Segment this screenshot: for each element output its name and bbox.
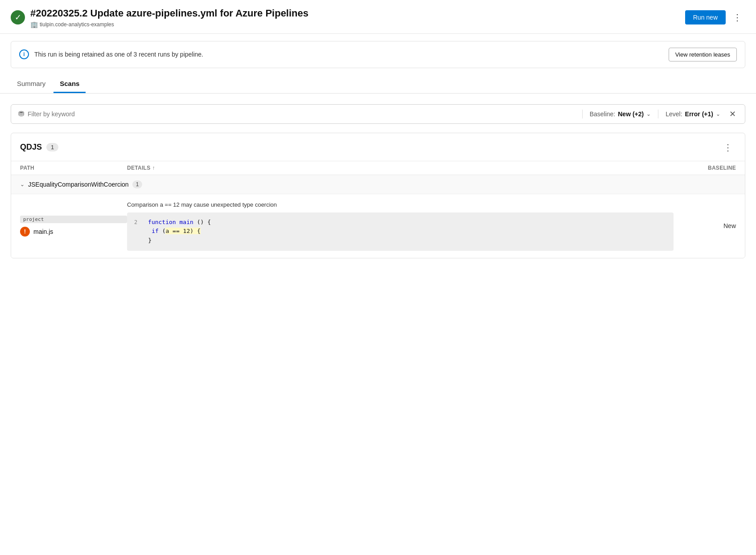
table-row-rule[interactable]: ⌄ JSEqualityComparisonWithCoercion 1 [11,175,745,194]
code-keyword-function: function [148,219,176,225]
scan-section: QDJS 1 ⋮ Path Details ↑ Baseline ⌄ JSEqu… [11,133,745,258]
code-highlighted-expression: a == 12) { [165,228,200,234]
more-options-button[interactable]: ⋮ [729,10,745,24]
tab-summary[interactable]: Summary [11,75,52,93]
filter-divider-2 [658,110,658,118]
col-header-path: Path [20,165,127,171]
filter-divider [582,110,583,118]
header-subtitle: 🏢 tiulpin.code-analytics-examples [30,21,308,28]
filter-keyword-input[interactable] [28,110,575,118]
baseline-label: Baseline: [590,110,616,118]
level-label: Level: [666,110,682,118]
issue-icon-filename: ! main.js [20,227,127,237]
table-header: Path Details ↑ Baseline [11,161,745,175]
filter-input-section: ⛃ [18,110,575,118]
baseline-chevron-icon: ⌄ [646,111,651,117]
issue-folder-tag: project [20,216,127,223]
page-header: ✓ #20220325.2 Update azure-pipelines.yml… [0,0,756,34]
filter-baseline-option[interactable]: Baseline: New (+2) ⌄ [590,110,651,118]
filter-level-option[interactable]: Level: Error (+1) ⌄ [666,110,720,118]
filter-bar: ⛃ Baseline: New (+2) ⌄ Level: Error (+1)… [11,104,745,124]
info-icon: i [19,49,29,59]
run-new-button[interactable]: Run new [685,10,726,24]
view-retention-leases-button[interactable]: View retention leases [669,48,737,61]
table-row-issue: project ! main.js Comparison a == 12 may… [11,194,745,258]
scan-title-group: QDJS 1 [20,143,58,152]
retention-banner: i This run is being retained as one of 3… [11,41,745,68]
scan-title: QDJS [20,143,42,152]
issue-filename: main.js [33,228,53,235]
rule-count-badge: 1 [132,180,143,188]
issue-path-cell: project ! main.js [20,216,127,237]
scan-count-badge: 1 [46,143,58,151]
page-title: #20220325.2 Update azure-pipelines.yml f… [30,7,308,20]
issue-details-cell: Comparison a == 12 may cause unexpected … [127,201,674,251]
scan-more-button[interactable]: ⋮ [720,140,736,155]
header-title-group: #20220325.2 Update azure-pipelines.yml f… [30,7,308,28]
rule-expand-icon[interactable]: ⌄ [20,181,25,188]
tab-scans[interactable]: Scans [53,75,86,93]
filter-icon: ⛃ [18,110,24,118]
warning-icon: ! [20,227,30,237]
code-block: 2 function main () { if (a == 12) { } [127,212,674,251]
baseline-value: New (+2) [618,110,644,118]
level-value: Error (+1) [685,110,713,118]
main-content: ⛃ Baseline: New (+2) ⌄ Level: Error (+1)… [0,94,756,269]
rule-name: JSEqualityComparisonWithCoercion [28,181,129,188]
filter-clear-button[interactable]: ✕ [727,109,738,119]
details-sort-icon[interactable]: ↑ [152,165,155,171]
col-header-baseline: Baseline [674,165,736,171]
rule-name-cell: ⌄ JSEqualityComparisonWithCoercion 1 [20,180,127,188]
issue-message: Comparison a == 12 may cause unexpected … [127,201,674,208]
org-icon: 🏢 [30,21,38,28]
level-chevron-icon: ⌄ [716,111,720,117]
header-actions: Run new ⋮ [685,10,745,24]
retention-left: i This run is being retained as one of 3… [19,49,203,59]
scan-header: QDJS 1 ⋮ [11,133,745,161]
code-line-number: 2 [134,219,137,225]
tabs-container: Summary Scans [0,75,756,94]
header-left: ✓ #20220325.2 Update azure-pipelines.yml… [11,7,308,28]
retention-text: This run is being retained as one of 3 r… [34,51,203,58]
col-header-details: Details ↑ [127,165,674,171]
issue-baseline-value: New [674,222,736,229]
success-icon: ✓ [11,10,25,24]
code-keyword-if: if [152,228,159,234]
code-function-name: main [180,219,193,225]
